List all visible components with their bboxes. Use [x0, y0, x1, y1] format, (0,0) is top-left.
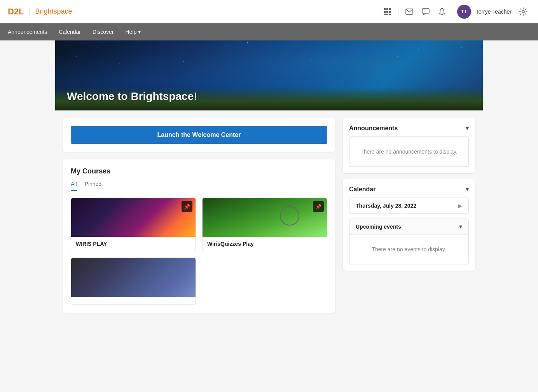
- courses-tabs: All Pinned: [71, 181, 327, 191]
- separator-2: [453, 7, 453, 16]
- main-content: Launch the Welcome Center My Courses All…: [55, 110, 483, 320]
- hero-title: Welcome to Brightspace!: [67, 90, 197, 103]
- calendar-card: Calendar ▾ Thursday, July 28, 2022 ▶ Upc…: [343, 179, 475, 271]
- settings-icon[interactable]: [516, 5, 530, 19]
- svg-rect-4: [386, 11, 388, 13]
- bell-icon[interactable]: [435, 5, 449, 19]
- separator-1: [398, 7, 398, 16]
- hero-stars: [55, 40, 483, 87]
- svg-rect-0: [384, 8, 386, 10]
- d2l-logo: D2L: [8, 7, 24, 17]
- waffle-menu-icon[interactable]: [380, 5, 394, 19]
- logo-area: D2L Brightspace: [8, 7, 72, 17]
- calendar-title: Calendar: [349, 186, 376, 193]
- left-column: Launch the Welcome Center My Courses All…: [63, 118, 335, 313]
- upcoming-events-title: Upcoming events: [356, 224, 401, 230]
- announcements-title: Announcements: [349, 125, 398, 132]
- logo-divider: [30, 7, 30, 16]
- avatar[interactable]: TT: [457, 5, 471, 19]
- svg-rect-7: [386, 14, 388, 15]
- svg-rect-5: [389, 11, 391, 13]
- help-chevron-icon: ▾: [138, 23, 141, 40]
- announcements-card: Announcements ▾ There are no announcemen…: [343, 118, 475, 173]
- svg-rect-6: [384, 14, 386, 15]
- header-actions: TT Terrye Teacher: [380, 5, 530, 19]
- pin-icon-2: 📌: [313, 201, 324, 212]
- svg-rect-10: [422, 9, 429, 13]
- course-label-1: WIRIS PLAY: [71, 237, 196, 251]
- courses-grid: 📌 WIRIS PLAY 📌 WirisQuizzes Play: [71, 198, 327, 305]
- nav-help[interactable]: Help ▾: [125, 23, 141, 40]
- launch-welcome-center-button[interactable]: Launch the Welcome Center: [71, 126, 327, 144]
- my-courses-card: My Courses All Pinned 📌 WIRIS PLAY: [63, 159, 335, 313]
- pin-icon-1: 📌: [182, 201, 192, 212]
- course-item-3[interactable]: [71, 257, 196, 305]
- header: D2L Brightspace: [0, 0, 538, 23]
- svg-rect-8: [389, 14, 391, 15]
- course-label-2: WirisQuizzes Play: [203, 237, 327, 251]
- svg-rect-2: [389, 8, 391, 10]
- course-image-2: 📌: [203, 198, 327, 237]
- announcements-header: Announcements ▾: [349, 124, 469, 132]
- upcoming-events-chevron-icon[interactable]: ▾: [459, 223, 462, 230]
- course-label-3: [71, 297, 196, 304]
- nav-announcements[interactable]: Announcements: [8, 23, 47, 40]
- announcements-chevron-icon[interactable]: ▾: [466, 124, 469, 132]
- mail-icon[interactable]: [402, 5, 416, 19]
- chat-icon[interactable]: [419, 5, 433, 19]
- nav-discover[interactable]: Discover: [93, 23, 114, 40]
- calendar-date: Thursday, July 28, 2022: [356, 203, 416, 209]
- tab-all[interactable]: All: [71, 181, 77, 191]
- brightspace-logo-text: Brightspace: [35, 7, 72, 16]
- calendar-next-icon: ▶: [458, 203, 462, 209]
- svg-rect-1: [386, 8, 388, 10]
- course-image-3: [71, 258, 196, 297]
- course-item-wiris-play[interactable]: 📌 WIRIS PLAY: [71, 198, 196, 251]
- calendar-header: Calendar ▾: [349, 186, 469, 193]
- upcoming-events-header: Upcoming events ▾: [349, 219, 469, 234]
- tab-pinned[interactable]: Pinned: [85, 181, 102, 191]
- svg-rect-3: [384, 11, 386, 13]
- my-courses-title: My Courses: [71, 167, 327, 175]
- upcoming-events-empty: There are no events to display.: [349, 234, 469, 264]
- right-column: Announcements ▾ There are no announcemen…: [343, 118, 475, 313]
- svg-point-11: [522, 10, 524, 13]
- navigation-bar: Announcements Calendar Discover Help ▾: [0, 23, 538, 40]
- course-image-1: 📌: [71, 198, 196, 237]
- announcements-empty: There are no announcements to display.: [349, 136, 469, 167]
- user-name[interactable]: Terrye Teacher: [476, 9, 512, 15]
- hero-banner: Welcome to Brightspace!: [55, 40, 483, 110]
- course-item-wirisquizzes[interactable]: 📌 WirisQuizzes Play: [202, 198, 327, 251]
- nav-calendar[interactable]: Calendar: [59, 23, 81, 40]
- calendar-date-row[interactable]: Thursday, July 28, 2022 ▶: [349, 198, 469, 214]
- calendar-chevron-icon[interactable]: ▾: [466, 186, 469, 193]
- welcome-center-card: Launch the Welcome Center: [63, 118, 335, 152]
